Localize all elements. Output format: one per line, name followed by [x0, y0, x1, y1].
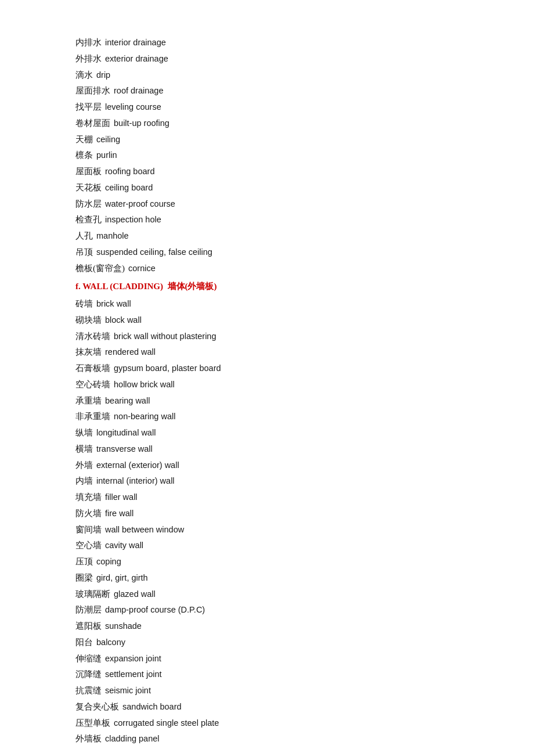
list-item: 滴水drip: [75, 67, 459, 84]
zh-term: 找平层: [75, 99, 102, 116]
list-item: 填充墙filler wall: [75, 489, 459, 506]
en-term: roof drainage: [114, 83, 163, 99]
list-item: 石膏板墙gypsum board, plaster board: [75, 361, 459, 377]
list-item: 圈梁gird, girt, girth: [75, 570, 459, 586]
zh-term: 圈梁: [75, 570, 93, 586]
zh-term: 伸缩缝: [75, 651, 102, 667]
en-term: wall between window: [105, 522, 184, 538]
zh-term: 檩条: [75, 147, 93, 164]
list-item: 纵墙longitudinal wall: [75, 425, 459, 441]
en-term: roofing board: [105, 164, 154, 179]
list-item: 非承重墙non-bearing wall: [75, 409, 459, 425]
section-label-zh: 墙体(外墙板): [168, 279, 217, 295]
zh-term: 外墙板: [75, 731, 102, 747]
zh-term: 抗震缝: [75, 683, 102, 699]
zh-term: 外墙: [75, 458, 93, 474]
list-item: 檩条purlin: [75, 147, 459, 164]
list-item: 压型单板corrugated single steel plate: [75, 715, 459, 732]
en-term: built-up roofing: [114, 116, 169, 131]
list-item: 遮阳板sunshade: [75, 618, 459, 635]
en-term: inspection hole: [105, 212, 161, 228]
list-item: 檐板(窗帘盒)cornice: [75, 261, 459, 277]
list-item: 空心墙cavity wall: [75, 538, 459, 554]
en-term: manhole: [96, 228, 129, 244]
zh-term: 内墙: [75, 473, 93, 489]
zh-term: 防潮层: [75, 602, 102, 618]
zh-term: 承重墙: [75, 393, 102, 409]
en-term: brick wall without plastering: [114, 329, 217, 344]
zh-term: 压型单板: [75, 715, 110, 732]
zh-term: 遮阳板: [75, 618, 102, 635]
list-item: 承重墙bearing wall: [75, 393, 459, 409]
list-item: 卷材屋面built-up roofing: [75, 116, 459, 132]
zh-term: 防火墙: [75, 506, 102, 522]
en-term: sandwich board: [122, 699, 182, 715]
en-term: internal (interior) wall: [96, 473, 175, 489]
en-term: corrugated single steel plate: [114, 715, 219, 731]
en-term: cavity wall: [105, 538, 143, 553]
section-label-en: f. WALL (CLADDING): [75, 279, 168, 295]
list-item: 清水砖墙brick wall without plastering: [75, 329, 459, 345]
zh-term: 纵墙: [75, 425, 93, 441]
zh-term: 人孔: [75, 228, 93, 244]
zh-term: 空心砖墙: [75, 377, 110, 393]
zh-term: 屋面板: [75, 164, 102, 180]
list-item: 屋面板roofing board: [75, 164, 459, 180]
list-item: 找平层leveling course: [75, 99, 459, 116]
list-item: 外排水exterior drainage: [75, 51, 459, 67]
list-item: 防火墙fire wall: [75, 506, 459, 522]
list-item: 天棚ceiling: [75, 132, 459, 148]
en-term: suspended ceiling, false ceiling: [96, 244, 212, 260]
en-term: expansion joint: [105, 651, 161, 667]
en-term: gird, girt, girth: [96, 570, 148, 586]
list-item: 人孔manhole: [75, 228, 459, 244]
wall-section: f. WALL (CLADDING) 墙体(外墙板)砖墙brick wall砌块…: [75, 279, 459, 747]
list-item: 吊顶suspended ceiling, false ceiling: [75, 244, 459, 261]
zh-term: 复合夹心板: [75, 699, 119, 715]
zh-term: 防水层: [75, 196, 102, 213]
en-term: rendered wall: [105, 344, 156, 360]
list-item: 伸缩缝expansion joint: [75, 651, 459, 667]
list-item: 内墙internal (interior) wall: [75, 473, 459, 489]
zh-term: 吊顶: [75, 244, 93, 261]
zh-term: 檐板(窗帘盒): [75, 261, 125, 277]
en-term: hollow brick wall: [114, 377, 175, 393]
list-item: 内排水interior drainage: [75, 35, 459, 51]
list-item: 防潮层damp-proof course (D.P.C): [75, 602, 459, 618]
en-term: gypsum board, plaster board: [114, 361, 221, 376]
zh-term: 玻璃隔断: [75, 586, 110, 603]
list-item: 抹灰墙rendered wall: [75, 344, 459, 361]
zh-term: 砌块墙: [75, 312, 102, 329]
section-header: f. WALL (CLADDING) 墙体(外墙板): [75, 279, 459, 295]
list-item: 砖墙brick wall: [75, 296, 459, 312]
en-term: cornice: [128, 261, 156, 276]
en-term: non-bearing wall: [114, 409, 175, 424]
zh-term: 清水砖墙: [75, 329, 110, 345]
list-item: 外墙板cladding panel: [75, 731, 459, 747]
zh-term: 横墙: [75, 441, 93, 458]
en-term: drip: [96, 67, 110, 83]
list-item: 窗间墙wall between window: [75, 522, 459, 538]
en-term: settlement joint: [105, 667, 162, 682]
zh-term: 非承重墙: [75, 409, 110, 425]
en-term: balcony: [96, 635, 125, 650]
en-term: bearing wall: [105, 393, 150, 409]
en-term: transverse wall: [96, 441, 153, 457]
en-term: fire wall: [105, 506, 134, 521]
en-term: coping: [96, 554, 121, 570]
list-item: 外墙external (exterior) wall: [75, 458, 459, 474]
en-term: ceiling board: [105, 180, 153, 196]
list-item: 复合夹心板sandwich board: [75, 699, 459, 715]
list-item: 横墙transverse wall: [75, 441, 459, 458]
zh-term: 天棚: [75, 132, 93, 148]
zh-term: 填充墙: [75, 489, 102, 506]
zh-term: 空心墙: [75, 538, 102, 554]
en-term: exterior drainage: [105, 51, 168, 67]
list-item: 玻璃隔断glazed wall: [75, 586, 459, 603]
list-item: 空心砖墙hollow brick wall: [75, 377, 459, 393]
zh-term: 阳台: [75, 635, 93, 651]
en-term: purlin: [96, 147, 117, 163]
zh-term: 内排水: [75, 35, 102, 51]
list-item: 砌块墙block wall: [75, 312, 459, 329]
list-item: 压顶coping: [75, 554, 459, 570]
